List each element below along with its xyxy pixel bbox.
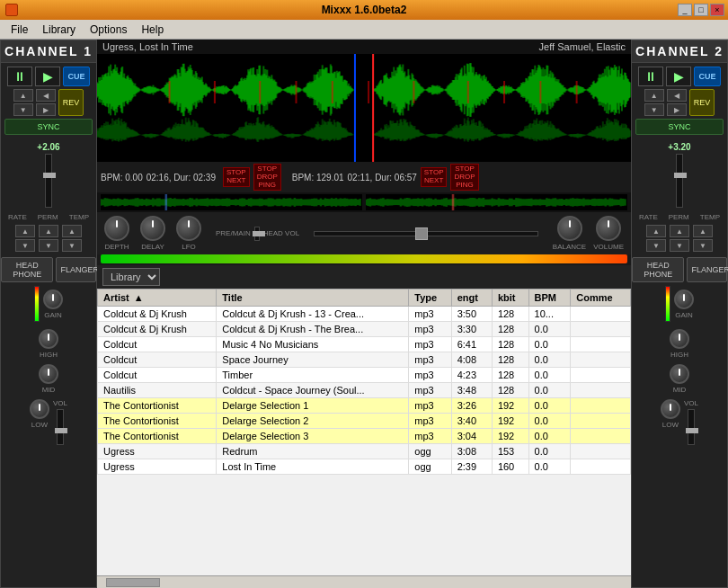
table-cell: Coldcut & Dj Krush [98,307,217,322]
ch1-rate-down[interactable]: ▼ [15,239,35,252]
close-button[interactable]: × [710,4,724,16]
ch2-gain-knob[interactable] [674,290,694,309]
col-comment[interactable]: Comme [571,290,631,307]
ch2-high-knob[interactable] [670,329,689,349]
table-cell: 0.0 [528,352,571,368]
ch2-gain-label: GAIN [675,311,693,319]
ch1-pause-button[interactable]: ⏸ [7,67,32,86]
ch1-play-button[interactable]: ▶ [35,67,60,86]
ch1-perm-down[interactable]: ▼ [39,239,58,252]
window-controls: _ □ × [678,4,724,16]
ch2-sync-button[interactable]: SYNC [635,119,724,135]
table-row[interactable]: Coldcut & Dj KrushColdcut & Dj Krush - 1… [98,307,631,322]
col-length[interactable]: engt [451,290,492,307]
ch2-stop-drop-button[interactable]: STOP DROP PING [450,164,478,191]
horizontal-scrollbar[interactable] [97,575,631,588]
ch2-arrow-down[interactable]: ▼ [644,103,664,116]
ch1-sync-button[interactable]: SYNC [4,119,93,135]
ch1-arrow-right[interactable]: ▶ [36,103,56,116]
table-row[interactable]: NautilisColdcut - Space Journey (Soul...… [98,383,631,398]
ch2-pitch-slider[interactable] [676,154,683,208]
volume-knob[interactable] [596,216,621,241]
ch2-arrow-left[interactable]: ◀ [667,89,687,102]
ch1-cue-button[interactable]: CUE [63,67,89,86]
depth-knob[interactable] [104,216,129,241]
ch1-rev-button[interactable]: REV [58,89,84,116]
minimize-button[interactable]: _ [678,4,692,16]
ch1-perm-up[interactable]: ▲ [39,225,58,237]
table-row[interactable]: UgressLost In Timeogg2:391600.0 [98,459,631,475]
ch2-perm-down[interactable]: ▼ [670,239,689,252]
table-row[interactable]: ColdcutMusic 4 No Musiciansmp36:411280.0 [98,337,631,352]
table-cell: mp3 [409,398,451,414]
ch1-arrow-down[interactable]: ▼ [13,103,33,116]
crossfader[interactable] [314,231,538,236]
ch1-mid-knob[interactable] [39,364,58,384]
table-row[interactable]: ColdcutSpace Journeymp34:081280.0 [98,352,631,368]
ch2-perm-up[interactable]: ▲ [670,225,689,237]
col-kbit[interactable]: kbit [492,290,528,307]
col-bpm[interactable]: BPM [528,290,571,307]
ch1-high-knob[interactable] [39,329,58,349]
ch1-stop-drop-button[interactable]: STOP DROP PING [253,164,281,191]
ch1-flanger-button[interactable]: FLANGER [56,257,96,282]
menu-help[interactable]: Help [134,22,171,38]
maximize-button[interactable]: □ [694,4,708,16]
balance-knob[interactable] [557,216,582,241]
col-artist[interactable]: Artist ▲ [98,290,217,307]
col-title[interactable]: Title [217,290,409,307]
library-dropdown[interactable]: Library [102,268,160,286]
table-row[interactable]: UgressRedrumogg3:081530.0 [98,444,631,459]
ch2-pause-button[interactable]: ⏸ [638,67,663,86]
menu-file[interactable]: File [4,22,35,38]
ch1-vol-slider[interactable] [57,409,64,445]
ch1-temp-down[interactable]: ▼ [62,239,82,252]
ch2-temp-down[interactable]: ▼ [693,239,713,252]
ch1-pitch-slider[interactable] [45,154,52,208]
ch1-rate-up[interactable]: ▲ [15,225,35,237]
ch2-stop-next-button[interactable]: STOP NEXT [421,167,448,187]
ch2-headphone-button[interactable]: HEAD PHONE [632,257,684,282]
ch1-temp-up[interactable]: ▲ [62,225,82,237]
table-cell: 4:23 [451,368,492,383]
table-row[interactable]: The ContortionistDelarge Selection 2mp33… [98,414,631,429]
ch2-vol-slider[interactable] [688,409,695,445]
ch2-rev-button[interactable]: REV [689,89,715,116]
ch2-time: 02:11, Dur: 06:57 [348,173,417,183]
ch2-mid-knob[interactable] [670,364,689,384]
ch1-arrow-up[interactable]: ▲ [13,89,33,102]
menu-library[interactable]: Library [35,22,83,38]
library-table-container[interactable]: Artist ▲ Title Type engt kbit BPM Comme [97,289,631,575]
ch2-vu-meter [665,286,670,322]
col-type[interactable]: Type [409,290,451,307]
ch2-rate-up[interactable]: ▲ [646,225,666,237]
ch1-low-knob[interactable] [30,399,49,419]
table-row[interactable]: The ContortionistDelarge Selection 3mp33… [98,429,631,444]
table-cell: 0.0 [528,414,571,429]
ch2-low-knob[interactable] [661,399,680,419]
pre-main-slider[interactable] [254,227,260,241]
ch2-temp-up[interactable]: ▲ [693,225,713,237]
ch1-gain-knob[interactable] [43,290,63,309]
delay-knob[interactable] [140,216,165,241]
lfo-knob[interactable] [176,216,201,241]
ch2-flanger-button[interactable]: FLANGER [687,257,727,282]
ch2-rate-down[interactable]: ▼ [646,239,666,252]
table-row[interactable]: ColdcutTimbermp34:231280.0 [98,368,631,383]
table-cell: 160 [492,459,528,475]
ch2-cue-button[interactable]: CUE [694,67,720,86]
ch2-arrow-right[interactable]: ▶ [667,103,687,116]
table-row[interactable]: The ContortionistDelarge Selection 1mp33… [98,398,631,414]
h-scroll-thumb[interactable] [106,578,160,587]
ch1-stop-next-button[interactable]: STOP NEXT [223,167,250,187]
ch2-play-button[interactable]: ▶ [666,67,691,86]
menu-options[interactable]: Options [83,22,134,38]
table-cell: mp3 [409,368,451,383]
table-cell: 2:39 [451,459,492,475]
ch1-headphone-button[interactable]: HEAD PHONE [1,257,53,282]
ch2-arrow-up[interactable]: ▲ [644,89,664,102]
menubar: File Library Options Help [0,20,728,40]
ch1-arrow-left[interactable]: ◀ [36,89,56,102]
table-row[interactable]: Coldcut & Dj KrushColdcut & Dj Krush - T… [98,322,631,337]
app-title: Mixxx 1.6.0beta2 [322,4,407,16]
